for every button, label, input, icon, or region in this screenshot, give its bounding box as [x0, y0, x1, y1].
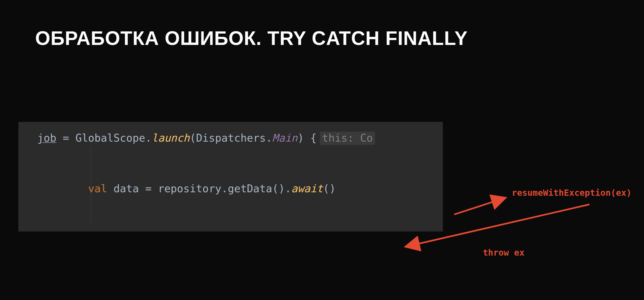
code-token-data: data — [114, 182, 139, 195]
code-token-dot: . — [221, 182, 228, 195]
code-token-dot: . — [285, 182, 291, 195]
code-token-parens: () — [272, 182, 285, 195]
inlay-hint: this: Co — [320, 132, 375, 145]
code-token-eq: = — [56, 132, 75, 144]
code-line-1: job = GlobalScope.launch(Dispatchers.Mai… — [18, 132, 443, 145]
code-token-launch: launch — [152, 132, 190, 144]
code-token-dot: . — [266, 132, 272, 144]
code-indent — [37, 182, 88, 195]
code-line-blank — [18, 145, 443, 183]
code-token-parens: () — [323, 182, 336, 195]
code-token-job: job — [37, 132, 56, 144]
code-token-globalscope: GlobalScope — [75, 132, 145, 144]
indent-guide — [91, 146, 91, 222]
code-token-eq: = — [139, 182, 158, 195]
code-token-repository: repository — [158, 182, 221, 195]
code-token-dot: . — [145, 132, 151, 144]
code-token-lparen: ( — [190, 132, 196, 144]
annotation-resume-with-exception: resumeWithException(ex) — [512, 188, 632, 198]
annotation-throw-ex: throw ex — [483, 247, 525, 258]
code-sp — [107, 182, 113, 195]
arrow-up-right — [449, 193, 511, 220]
code-line-2: val data = repository.getData().await() — [18, 183, 443, 195]
code-token-main: Main — [272, 132, 298, 144]
code-token-getdata: getData — [228, 182, 272, 195]
code-block: job = GlobalScope.launch(Dispatchers.Mai… — [18, 122, 443, 231]
code-token-dispatchers: Dispatchers — [196, 132, 266, 144]
svg-line-1 — [454, 198, 504, 214]
code-token-rparen-brace: ) { — [298, 132, 317, 144]
code-token-await: await — [291, 182, 323, 195]
slide-title: ОБРАБОТКА ОШИБОК. TRY CATCH FINALLY — [35, 27, 468, 49]
